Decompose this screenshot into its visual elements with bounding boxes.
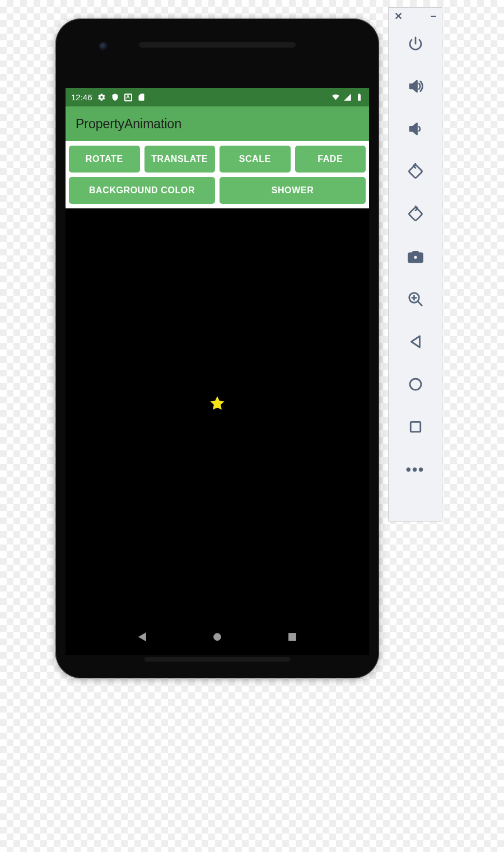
background-color-button[interactable]: BACKGROUND COLOR bbox=[69, 177, 215, 204]
android-status-bar: 12:46 A bbox=[66, 88, 369, 106]
nav-overview-icon[interactable] bbox=[286, 631, 298, 645]
scale-button[interactable]: SCALE bbox=[220, 146, 291, 173]
emulator-back-button[interactable] bbox=[389, 320, 442, 363]
rotate-right-button[interactable] bbox=[389, 193, 442, 235]
star-icon bbox=[208, 394, 226, 412]
svg-point-4 bbox=[413, 255, 418, 259]
close-icon[interactable]: ✕ bbox=[394, 11, 403, 22]
animation-canvas bbox=[66, 208, 369, 621]
rotate-left-button[interactable] bbox=[389, 150, 442, 193]
status-icon-a: A bbox=[124, 94, 132, 101]
zoom-button[interactable] bbox=[389, 278, 442, 320]
nav-home-icon[interactable] bbox=[211, 631, 223, 645]
phone-speaker-top bbox=[139, 42, 296, 48]
emulator-more-button[interactable]: ••• bbox=[389, 448, 442, 491]
emulator-toolbar: ✕ − ••• bbox=[388, 7, 442, 522]
sd-card-icon bbox=[137, 93, 146, 101]
android-nav-bar bbox=[66, 621, 369, 655]
svg-rect-2 bbox=[408, 165, 422, 179]
phone-screen: 12:46 A bbox=[66, 88, 369, 655]
volume-up-button[interactable] bbox=[389, 65, 442, 108]
rotate-button[interactable]: ROTATE bbox=[69, 146, 140, 173]
cell-signal-icon bbox=[343, 93, 352, 101]
wifi-icon bbox=[332, 93, 340, 101]
svg-rect-7 bbox=[410, 422, 421, 432]
status-time: 12:46 bbox=[71, 92, 92, 102]
svg-rect-1 bbox=[289, 634, 296, 641]
translate-button[interactable]: TRANSLATE bbox=[144, 146, 216, 173]
phone-frame: 12:46 A bbox=[55, 18, 379, 678]
fade-button[interactable]: FADE bbox=[295, 146, 366, 173]
more-icon: ••• bbox=[406, 461, 424, 478]
svg-point-0 bbox=[214, 634, 221, 641]
button-panel: ROTATE TRANSLATE SCALE FADE BACKGROUND C… bbox=[66, 141, 369, 208]
app-bar: PropertyAnimation bbox=[66, 106, 369, 141]
nav-back-icon[interactable] bbox=[136, 631, 148, 645]
svg-point-6 bbox=[410, 379, 421, 390]
minimize-icon[interactable]: − bbox=[430, 11, 436, 22]
volume-down-button[interactable] bbox=[389, 108, 442, 150]
phone-front-camera bbox=[99, 42, 108, 51]
power-button[interactable] bbox=[389, 22, 442, 65]
emulator-home-button[interactable] bbox=[389, 363, 442, 406]
shield-icon bbox=[111, 93, 119, 101]
shower-button[interactable]: SHOWER bbox=[220, 177, 366, 204]
screenshot-button[interactable] bbox=[389, 235, 442, 278]
app-title: PropertyAnimation bbox=[76, 117, 181, 132]
phone-speaker-bottom bbox=[144, 657, 290, 662]
battery-icon bbox=[355, 93, 363, 101]
settings-icon bbox=[97, 93, 106, 101]
emulator-overview-button[interactable] bbox=[389, 406, 442, 448]
svg-rect-3 bbox=[408, 207, 422, 221]
